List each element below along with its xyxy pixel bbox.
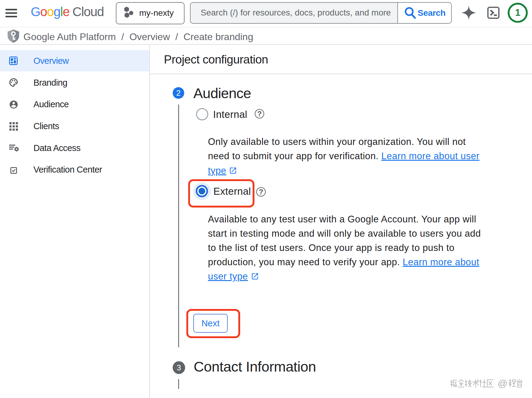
svg-text:@: @ (498, 378, 507, 389)
